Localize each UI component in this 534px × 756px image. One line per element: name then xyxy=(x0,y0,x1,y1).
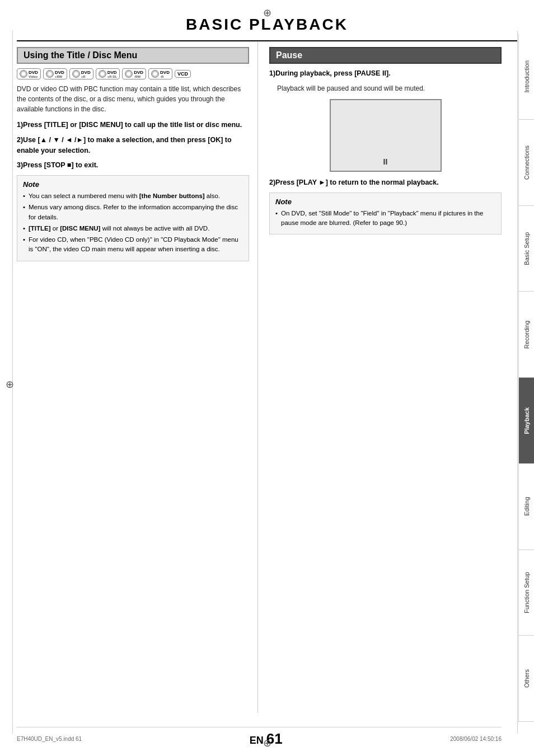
bottom-date: 2008/06/02 14:50:16 xyxy=(450,736,502,742)
sidenav-others-label: Others xyxy=(523,669,530,688)
right-step-2: 2)Press [PLAY ►] to return to the normal… xyxy=(269,177,502,188)
note-item-1: You can select a numbered menu with [the… xyxy=(23,191,243,201)
bottom-filename: E7H40UD_EN_v5.indd 61 xyxy=(17,736,82,742)
page-container: ⊕ BASIC PLAYBACK Using the Title / Disc … xyxy=(0,0,534,756)
disc-icon xyxy=(125,70,133,78)
crosshair-left-icon: ⊕ xyxy=(6,378,14,391)
dvd-minusrw-badge: DVD -RW xyxy=(122,68,146,79)
disc-icon xyxy=(72,70,80,78)
sidenav-function-setup[interactable]: Function Setup xyxy=(519,550,534,636)
step-1: 1)Press [TITLE] or [DISC MENU] to call u… xyxy=(17,120,249,130)
sidenav-recording[interactable]: Recording xyxy=(519,292,534,378)
right-step-1-label: During playback, press [PAUSE II]. xyxy=(275,69,390,77)
sidenav-playback[interactable]: Playback xyxy=(519,378,534,464)
main-content: Using the Title / Disc Menu DVD Video DV… xyxy=(17,41,502,713)
dvd-icons-row: DVD Video DVD +RW DVD xyxy=(17,68,249,79)
bottom-bar: E7H40UD_EN_v5.indd 61 EN 61 2008/06/02 1… xyxy=(17,727,502,748)
right-section-header: Pause xyxy=(269,47,502,64)
sidenav-editing[interactable]: Editing xyxy=(519,464,534,550)
right-margin-line xyxy=(517,31,518,734)
side-nav: Introduction Connections Basic Setup Rec… xyxy=(518,34,534,722)
sidenav-editing-label: Editing xyxy=(523,497,530,516)
note-item-4: For video CD, when "PBC (Video CD only)"… xyxy=(23,235,243,255)
left-note-title: Note xyxy=(23,180,243,189)
left-body-text: DVD or video CD with PBC function may co… xyxy=(17,84,249,114)
step-3: 3)Press [STOP ■] to exit. xyxy=(17,160,249,171)
left-column: Using the Title / Disc Menu DVD Video DV… xyxy=(17,41,258,713)
right-step-1: 1)During playback, press [PAUSE II]. xyxy=(269,68,502,79)
disc-icon xyxy=(151,70,159,78)
disc-icon xyxy=(46,70,54,78)
note-item-3: [TITLE] or [DISC MENU] will not always b… xyxy=(23,224,243,233)
disc-icon xyxy=(99,70,106,78)
step-2: 2)Use [▲ / ▼ / ◄ /►] to make a selection… xyxy=(17,135,249,156)
sidenav-recording-label: Recording xyxy=(523,321,530,349)
pause-screen-mockup: II xyxy=(330,99,442,172)
sidenav-playback-label: Playback xyxy=(523,407,530,434)
left-section-header: Using the Title / Disc Menu xyxy=(17,47,249,64)
sidenav-basic-setup-label: Basic Setup xyxy=(523,232,530,265)
sidenav-connections-label: Connections xyxy=(523,145,530,180)
crosshair-top-icon: ⊕ xyxy=(263,7,271,19)
sidenav-others[interactable]: Others xyxy=(519,636,534,722)
sidenav-basic-setup[interactable]: Basic Setup xyxy=(519,206,534,292)
sidenav-function-setup-label: Function Setup xyxy=(523,572,530,613)
sidenav-introduction[interactable]: Introduction xyxy=(519,34,534,120)
right-note-title: Note xyxy=(275,198,495,206)
pause-indicator: II xyxy=(383,157,388,166)
dvd-plusrw-badge: DVD +RW xyxy=(43,68,67,79)
sidenav-connections[interactable]: Connections xyxy=(519,120,534,206)
left-note-box: Note You can select a numbered menu with… xyxy=(17,175,249,261)
dvd-minusr-badge: DVD -R xyxy=(148,68,172,79)
en-label: EN xyxy=(250,735,264,746)
right-note-box: Note On DVD, set "Still Mode" to "Field"… xyxy=(269,192,502,235)
note-item-2: Menus vary among discs. Refer to the inf… xyxy=(23,203,243,222)
vcd-badge: VCD xyxy=(175,70,191,78)
right-step-1-sub: Playback will be paused and sound will b… xyxy=(277,83,502,93)
crosshair-bottom-icon: ⊕ xyxy=(263,737,271,749)
dvd-plusr-badge: DVD +R xyxy=(69,68,93,79)
disc-icon xyxy=(20,70,27,78)
right-column: Pause 1)During playback, press [PAUSE II… xyxy=(258,41,502,713)
right-note-item-1: On DVD, set "Still Mode" to "Field" in "… xyxy=(275,209,495,228)
sidenav-introduction-label: Introduction xyxy=(523,60,530,92)
dvd-plusrdl-badge: DVD +R DL xyxy=(96,68,120,79)
dvd-video-badge: DVD Video xyxy=(17,68,41,79)
